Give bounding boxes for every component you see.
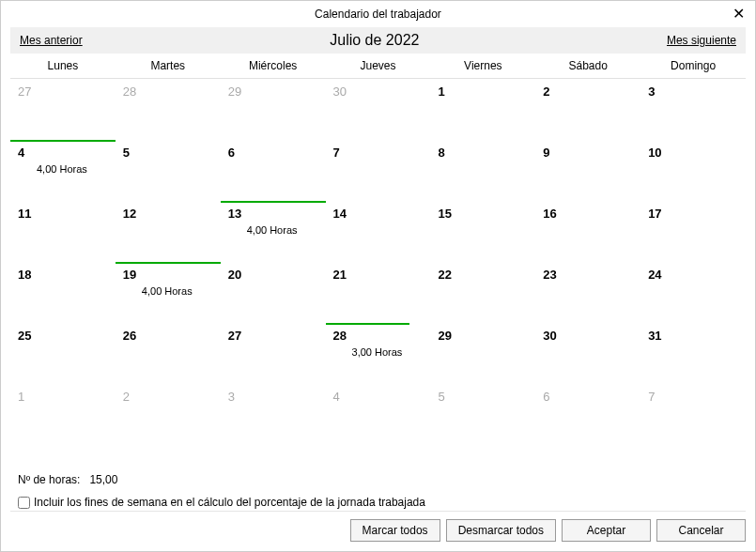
weekday-header: Lunes Martes Miércoles Jueves Viernes Sá… (10, 54, 746, 79)
day-number: 6 (228, 146, 318, 160)
day-cell[interactable]: 25 (10, 323, 116, 384)
day-number: 23 (543, 268, 633, 282)
day-cell[interactable]: 29 (430, 323, 535, 384)
day-number: 24 (648, 268, 738, 282)
day-cell[interactable]: 1 (430, 79, 535, 140)
day-cell[interactable]: 8 (430, 140, 535, 201)
weekday-label: Lunes (10, 54, 116, 78)
day-cell[interactable]: 16 (535, 201, 640, 262)
day-number: 4 (333, 390, 424, 404)
day-number: 28 (333, 329, 424, 343)
window-title: Calendario del trabajador (315, 8, 441, 21)
day-cell[interactable]: 15 (430, 201, 535, 262)
day-cell[interactable]: 3 (221, 384, 326, 445)
day-number: 28 (123, 84, 213, 99)
day-number: 8 (438, 146, 528, 160)
month-title: Julio de 2022 (330, 32, 419, 49)
day-hours: 3,00 Horas (352, 346, 424, 358)
day-cell[interactable]: 22 (430, 262, 535, 323)
accept-button[interactable]: Aceptar (562, 519, 651, 542)
day-number: 1 (438, 84, 528, 99)
day-cell[interactable]: 17 (640, 201, 746, 262)
day-cell[interactable]: 1 (10, 384, 116, 445)
day-progress-bar (10, 140, 116, 142)
hours-total: Nº de horas: 15,00 (18, 473, 738, 486)
day-cell[interactable]: 10 (640, 140, 746, 201)
day-cell[interactable]: 27 (221, 323, 326, 384)
day-cell[interactable]: 3 (640, 79, 746, 140)
day-progress-bar (326, 323, 409, 325)
include-weekends-checkbox[interactable] (18, 497, 30, 509)
day-number: 17 (648, 207, 738, 221)
day-cell[interactable]: 23 (535, 262, 640, 323)
day-hours: 4,00 Horas (37, 163, 108, 175)
month-header: Mes anterior Julio de 2022 Mes siguiente (10, 27, 746, 54)
day-cell[interactable]: 134,00 Horas (221, 201, 326, 262)
close-icon[interactable]: ✕ (729, 5, 748, 23)
day-number: 30 (333, 84, 424, 99)
day-number: 7 (648, 390, 738, 404)
day-cell[interactable]: 2 (116, 384, 221, 445)
day-cell[interactable]: 29 (221, 79, 326, 140)
day-cell[interactable]: 24 (640, 262, 746, 323)
weekday-label: Sábado (535, 54, 640, 78)
day-cell[interactable]: 6 (535, 384, 640, 445)
day-cell[interactable]: 9 (535, 140, 640, 201)
day-number: 31 (648, 329, 738, 343)
day-number: 30 (543, 329, 633, 343)
day-hours: 4,00 Horas (247, 224, 318, 236)
day-cell[interactable]: 44,00 Horas (10, 140, 116, 201)
day-cell[interactable]: 27 (10, 79, 116, 140)
day-number: 9 (543, 146, 633, 160)
day-number: 1 (18, 390, 108, 404)
day-cell[interactable]: 26 (116, 323, 221, 384)
day-cell[interactable]: 5 (116, 140, 221, 201)
day-number: 12 (123, 207, 213, 221)
day-progress-bar (221, 201, 326, 203)
day-cell[interactable]: 12 (116, 201, 221, 262)
day-number: 5 (123, 146, 213, 160)
day-cell[interactable]: 7 (640, 384, 746, 445)
hours-total-label: Nº de horas: (18, 473, 80, 486)
day-cell[interactable]: 2 (535, 79, 640, 140)
day-cell[interactable]: 30 (535, 323, 640, 384)
day-cell[interactable]: 20 (221, 262, 326, 323)
day-number: 6 (543, 390, 633, 404)
day-cell[interactable]: 7 (326, 140, 431, 201)
day-cell[interactable]: 11 (10, 201, 116, 262)
day-hours: 4,00 Horas (142, 285, 213, 297)
day-number: 27 (18, 84, 108, 99)
titlebar: Calendario del trabajador ✕ (1, 1, 755, 27)
weekday-label: Viernes (430, 54, 535, 78)
cancel-button[interactable]: Cancelar (656, 519, 746, 542)
day-cell[interactable]: 28 (116, 79, 221, 140)
prev-month-link[interactable]: Mes anterior (20, 34, 83, 47)
day-cell[interactable]: 6 (221, 140, 326, 201)
day-cell[interactable]: 14 (326, 201, 431, 262)
day-cell[interactable]: 31 (640, 323, 746, 384)
day-number: 14 (333, 207, 424, 221)
day-number: 25 (18, 329, 108, 343)
include-weekends-row[interactable]: Incluir los fines de semana en el cálcul… (18, 496, 738, 509)
day-number: 18 (18, 268, 108, 282)
day-number: 10 (648, 146, 738, 160)
day-number: 29 (228, 84, 318, 99)
day-number: 27 (228, 329, 318, 343)
unmark-all-button[interactable]: Desmarcar todos (446, 519, 556, 542)
day-cell[interactable]: 30 (326, 79, 431, 140)
calendar-grid: 2728293012344,00 Horas56789101112134,00 … (10, 79, 746, 445)
day-cell[interactable]: 21 (326, 262, 431, 323)
day-number: 13 (228, 207, 318, 221)
day-number: 29 (438, 329, 528, 343)
day-number: 4 (18, 146, 108, 160)
day-cell[interactable]: 194,00 Horas (116, 262, 221, 323)
day-number: 3 (228, 390, 318, 404)
day-number: 11 (18, 207, 108, 221)
day-cell[interactable]: 5 (430, 384, 535, 445)
day-cell[interactable]: 4 (326, 384, 431, 445)
day-number: 22 (438, 268, 528, 282)
next-month-link[interactable]: Mes siguiente (667, 34, 736, 47)
mark-all-button[interactable]: Marcar todos (350, 519, 440, 542)
day-cell[interactable]: 18 (10, 262, 116, 323)
day-cell[interactable]: 283,00 Horas (326, 323, 431, 384)
